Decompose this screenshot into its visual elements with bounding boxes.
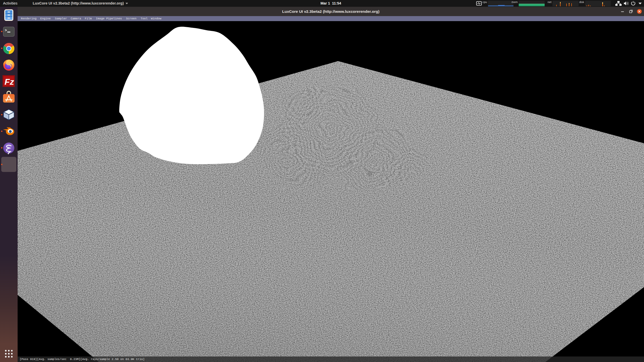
svg-text:net: net	[548, 1, 551, 4]
svg-text:mem: mem	[512, 1, 518, 4]
svg-text:cpu: cpu	[482, 1, 487, 4]
svg-text:>: >	[5, 28, 7, 32]
svg-text:disk: disk	[579, 1, 584, 4]
svg-text:Fz: Fz	[5, 77, 14, 86]
